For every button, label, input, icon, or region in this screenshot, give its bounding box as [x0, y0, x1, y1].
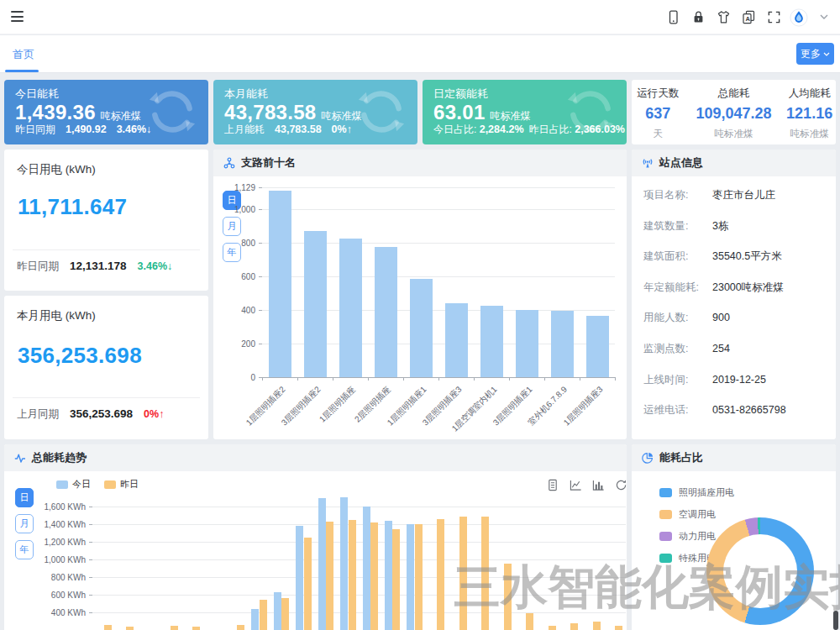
trend-period-button-年[interactable]: 年: [15, 540, 34, 559]
y-axis-tick-mark: [89, 524, 92, 525]
tab-home[interactable]: 首页: [13, 47, 34, 62]
y-axis-tick-mark: [89, 507, 92, 507]
summary-stats-panel: 运行天数637天总能耗109,047.28吨标准煤人均能耗121.16吨标准煤: [632, 80, 836, 144]
kpi-unit: 吨标准煤: [101, 109, 141, 123]
trend-bar-today: [363, 507, 370, 630]
panel-header: 支路前十名: [213, 150, 627, 176]
y-axis-tick-mark: [89, 595, 92, 596]
trend-period-button-日[interactable]: 日: [15, 488, 34, 507]
logo-water-drop-icon[interactable]: [790, 8, 808, 27]
y-axis-tick-mark: [259, 310, 262, 311]
trend-bar-yesterday: [304, 538, 312, 630]
pie-legend-item-0[interactable]: 照明插座用电: [659, 486, 734, 499]
y-axis-tick-mark: [89, 559, 92, 560]
stat-unit: 吨标准煤: [685, 128, 784, 140]
fullscreen-icon[interactable]: [764, 8, 783, 27]
line-chart-toggle-icon[interactable]: [569, 478, 582, 491]
y-axis-tick-mark: [259, 209, 262, 210]
data-view-icon[interactable]: [546, 478, 559, 491]
y-axis-tick-label: 1,600 KWh: [45, 502, 86, 512]
kpi-sub-value: 1,490.92: [66, 123, 107, 135]
mobile-device-icon[interactable]: [664, 8, 682, 27]
trend-bar-yesterday: [260, 600, 267, 630]
electricity-title: 今日用电 (kWh): [17, 162, 96, 177]
kpi-value: 1,439.36: [15, 101, 96, 124]
branch-bar: [269, 191, 291, 377]
trend-bar-today: [385, 521, 392, 630]
scrollbar-thumb[interactable]: [833, 611, 838, 630]
branch-period-button-月[interactable]: 月: [223, 217, 241, 236]
more-tabs-button[interactable]: 更多: [796, 43, 834, 65]
y-axis-tick-label: 600 KWh: [51, 591, 86, 600]
bar-chart-toggle-icon[interactable]: [591, 478, 605, 491]
trend-bar-yesterday: [392, 529, 400, 630]
branch-bar-chart: 02004006008001,0001,1291层照明插座23层照明插座21层照…: [262, 187, 615, 377]
gridline: [92, 524, 626, 525]
pie-legend-swatch: [659, 532, 672, 541]
site-info-row: 建筑数量:3栋: [643, 219, 728, 234]
gridline: [92, 577, 626, 578]
y-axis-tick-mark: [259, 243, 262, 244]
site-row-label: 运维电话:: [643, 403, 712, 417]
branch-top10-panel: 支路前十名 日月年 02004006008001,0001,1291层照明插座2…: [213, 150, 627, 439]
pie-legend-item-1[interactable]: 空调用电: [659, 508, 734, 521]
site-row-value: 900: [712, 312, 730, 323]
site-row-label: 用能人数:: [643, 311, 712, 325]
legend-item-今日[interactable]: 今日: [56, 478, 91, 491]
kpi-card-today-energy: 今日能耗 1,439.36吨标准煤 昨日同期1,490.923.46%↓: [4, 80, 208, 144]
trend-bar-yesterday: [281, 598, 289, 630]
electricity-sub-value: 12,131.178: [70, 260, 127, 272]
trend-bar-yesterday: [615, 626, 622, 630]
pie-legend-label: 动力用电: [679, 530, 716, 543]
electricity-title: 本月用电 (kWh): [17, 308, 96, 323]
y-axis-tick-mark: [259, 187, 262, 188]
pie-legend-swatch: [659, 510, 672, 519]
y-axis-tick-label: 0: [250, 373, 255, 382]
stat-unit: 吨标准煤: [783, 128, 836, 140]
chevron-down-icon[interactable]: [815, 8, 833, 27]
trend-bar-yesterday: [570, 623, 578, 630]
panel-title: 站点信息: [659, 155, 703, 171]
x-axis-tick-mark: [615, 377, 616, 381]
y-axis-tick-mark: [259, 276, 262, 277]
trend-bar-today: [274, 592, 281, 630]
branch-bar: [410, 279, 433, 377]
pie-legend-swatch: [659, 554, 672, 563]
trend-bar-yesterday: [349, 520, 356, 630]
trend-bar-chart: 400 KWh600 KWh800 KWh1,000 KWh1,200 KWh1…: [92, 495, 626, 630]
trend-period-button-月[interactable]: 月: [15, 514, 34, 533]
branch-bar: [375, 247, 397, 377]
pie-legend-label: 照明插座用电: [679, 486, 734, 499]
copy-translate-icon[interactable]: A: [739, 8, 758, 27]
y-axis-tick-label: 1,000 KWh: [45, 555, 86, 564]
y-axis-tick-label: 600: [241, 271, 255, 281]
site-info-row: 上线时间:2019-12-25: [643, 373, 766, 387]
theme-skin-icon[interactable]: [714, 8, 732, 27]
x-axis-tick-mark: [474, 377, 475, 381]
branch-bar: [304, 231, 327, 377]
restore-refresh-icon[interactable]: [614, 478, 627, 491]
lock-icon[interactable]: [689, 8, 707, 27]
hamburger-menu-icon[interactable]: [11, 11, 24, 22]
y-axis-tick-label: 1,400 KWh: [45, 520, 86, 529]
panel-header: 能耗占比: [632, 444, 836, 471]
y-axis-tick-label: 400: [241, 305, 255, 314]
electricity-delta: 3.46%↓: [138, 260, 173, 272]
legend-item-昨日[interactable]: 昨日: [104, 478, 139, 491]
trend-bar-yesterday: [126, 627, 134, 630]
branch-period-button-年[interactable]: 年: [223, 243, 241, 262]
site-row-label: 建筑面积:: [643, 249, 712, 264]
site-row-label: 年定额能耗:: [643, 281, 712, 295]
stat-label: 人均能耗: [783, 87, 836, 101]
branch-bar: [339, 239, 362, 377]
pie-chart-icon: [642, 452, 654, 464]
trend-bar-yesterday: [504, 564, 512, 630]
trend-bar-yesterday: [549, 626, 556, 630]
panel-title: 能耗占比: [659, 450, 703, 465]
x-axis-tick-mark: [297, 377, 298, 381]
energy-share-panel: 能耗占比 照明插座用电空调用电动力用电特殊用电: [632, 444, 836, 630]
kpi-delta: 0%↑: [332, 123, 352, 135]
y-axis-tick-label: 200: [241, 339, 255, 348]
y-axis-tick-label: 400 KWh: [51, 608, 86, 617]
summary-stat-1: 总能耗109,047.28吨标准煤: [685, 87, 784, 144]
